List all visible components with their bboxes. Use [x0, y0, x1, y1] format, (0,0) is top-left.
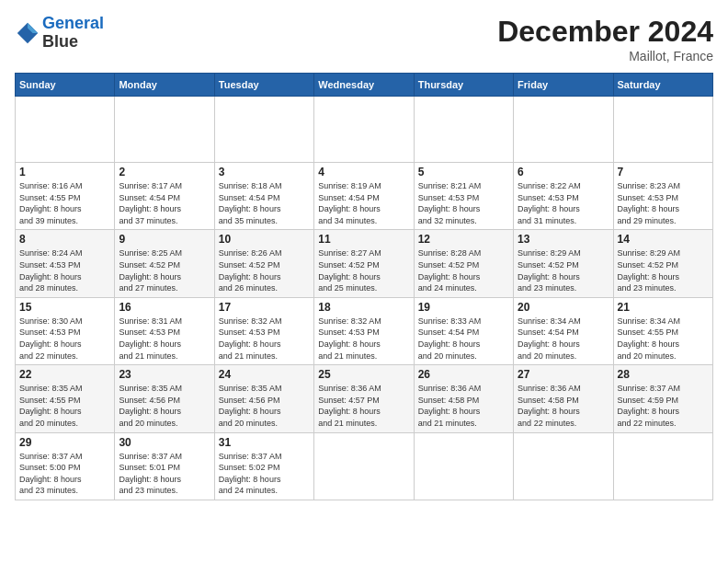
col-header-saturday: Saturday: [613, 74, 712, 97]
day-number: 10: [219, 233, 310, 246]
calendar-cell: 18Sunrise: 8:32 AM Sunset: 4:53 PM Dayli…: [314, 297, 414, 364]
calendar-cell: [414, 432, 513, 500]
calendar-cell: 7Sunrise: 8:23 AM Sunset: 4:53 PM Daylig…: [613, 163, 712, 230]
day-info: Sunrise: 8:36 AM Sunset: 4:58 PM Dayligh…: [418, 383, 509, 429]
col-header-monday: Monday: [115, 74, 214, 97]
day-info: Sunrise: 8:32 AM Sunset: 4:53 PM Dayligh…: [219, 316, 310, 362]
day-info: Sunrise: 8:16 AM Sunset: 4:55 PM Dayligh…: [19, 180, 110, 226]
col-header-sunday: Sunday: [16, 74, 115, 97]
week-row-3: 15Sunrise: 8:30 AM Sunset: 4:53 PM Dayli…: [16, 297, 713, 364]
day-info: Sunrise: 8:22 AM Sunset: 4:53 PM Dayligh…: [518, 180, 609, 226]
day-number: 12: [418, 233, 509, 246]
calendar-table: SundayMondayTuesdayWednesdayThursdayFrid…: [15, 73, 713, 500]
calendar-cell: 1Sunrise: 8:16 AM Sunset: 4:55 PM Daylig…: [16, 163, 115, 230]
logo-icon: [15, 20, 40, 46]
calendar-header-row: SundayMondayTuesdayWednesdayThursdayFrid…: [16, 74, 713, 97]
day-number: 26: [418, 368, 509, 381]
day-info: Sunrise: 8:33 AM Sunset: 4:54 PM Dayligh…: [418, 316, 509, 362]
logo-line2: Blue: [42, 33, 104, 52]
day-info: Sunrise: 8:35 AM Sunset: 4:56 PM Dayligh…: [219, 383, 310, 429]
day-number: 28: [618, 368, 709, 381]
day-info: Sunrise: 8:34 AM Sunset: 4:55 PM Dayligh…: [618, 316, 709, 362]
week-row-4: 22Sunrise: 8:35 AM Sunset: 4:55 PM Dayli…: [16, 365, 713, 432]
calendar-cell: 16Sunrise: 8:31 AM Sunset: 4:53 PM Dayli…: [115, 297, 214, 364]
day-number: 3: [219, 166, 310, 178]
calendar-cell: 30Sunrise: 8:37 AM Sunset: 5:01 PM Dayli…: [115, 432, 214, 500]
calendar-cell: 29Sunrise: 8:37 AM Sunset: 5:00 PM Dayli…: [16, 432, 115, 500]
calendar-cell: 19Sunrise: 8:33 AM Sunset: 4:54 PM Dayli…: [414, 297, 513, 364]
calendar-cell: 11Sunrise: 8:27 AM Sunset: 4:52 PM Dayli…: [314, 230, 414, 297]
day-info: Sunrise: 8:29 AM Sunset: 4:52 PM Dayligh…: [618, 247, 709, 293]
calendar-cell: [314, 97, 414, 163]
day-info: Sunrise: 8:32 AM Sunset: 4:53 PM Dayligh…: [318, 316, 409, 362]
calendar-cell: 21Sunrise: 8:34 AM Sunset: 4:55 PM Dayli…: [613, 297, 712, 364]
calendar-cell: 2Sunrise: 8:17 AM Sunset: 4:54 PM Daylig…: [115, 163, 214, 230]
calendar-cell: 3Sunrise: 8:18 AM Sunset: 4:54 PM Daylig…: [214, 163, 313, 230]
day-info: Sunrise: 8:35 AM Sunset: 4:56 PM Dayligh…: [119, 383, 210, 429]
calendar-cell: [414, 97, 513, 163]
day-number: 19: [418, 301, 509, 314]
day-number: 2: [119, 166, 210, 178]
title-block: December 2024 Maillot, France: [497, 15, 713, 63]
logo-line1: General: [42, 14, 104, 32]
day-info: Sunrise: 8:37 AM Sunset: 5:02 PM Dayligh…: [219, 451, 310, 497]
day-info: Sunrise: 8:27 AM Sunset: 4:52 PM Dayligh…: [318, 247, 409, 293]
day-info: Sunrise: 8:21 AM Sunset: 4:53 PM Dayligh…: [418, 180, 509, 226]
calendar-cell: 13Sunrise: 8:29 AM Sunset: 4:52 PM Dayli…: [514, 230, 613, 297]
calendar-cell: 14Sunrise: 8:29 AM Sunset: 4:52 PM Dayli…: [613, 230, 712, 297]
day-number: 21: [618, 301, 709, 314]
day-info: Sunrise: 8:30 AM Sunset: 4:53 PM Dayligh…: [19, 316, 110, 362]
calendar-cell: 28Sunrise: 8:37 AM Sunset: 4:59 PM Dayli…: [613, 365, 712, 432]
col-header-friday: Friday: [514, 74, 613, 97]
calendar-cell: [514, 97, 613, 163]
day-info: Sunrise: 8:37 AM Sunset: 4:59 PM Dayligh…: [618, 383, 709, 429]
calendar-cell: 12Sunrise: 8:28 AM Sunset: 4:52 PM Dayli…: [414, 230, 513, 297]
calendar-cell: 6Sunrise: 8:22 AM Sunset: 4:53 PM Daylig…: [514, 163, 613, 230]
day-number: 30: [119, 436, 210, 449]
calendar-cell: 4Sunrise: 8:19 AM Sunset: 4:54 PM Daylig…: [314, 163, 414, 230]
calendar-cell: 9Sunrise: 8:25 AM Sunset: 4:52 PM Daylig…: [115, 230, 214, 297]
day-number: 6: [518, 166, 609, 178]
calendar-cell: 17Sunrise: 8:32 AM Sunset: 4:53 PM Dayli…: [214, 297, 313, 364]
day-info: Sunrise: 8:23 AM Sunset: 4:53 PM Dayligh…: [618, 180, 709, 226]
day-info: Sunrise: 8:28 AM Sunset: 4:52 PM Dayligh…: [418, 247, 509, 293]
week-row-1: 1Sunrise: 8:16 AM Sunset: 4:55 PM Daylig…: [16, 163, 713, 230]
calendar-cell: 22Sunrise: 8:35 AM Sunset: 4:55 PM Dayli…: [16, 365, 115, 432]
day-info: Sunrise: 8:36 AM Sunset: 4:58 PM Dayligh…: [518, 383, 609, 429]
calendar-cell: 25Sunrise: 8:36 AM Sunset: 4:57 PM Dayli…: [314, 365, 414, 432]
week-row-5: 29Sunrise: 8:37 AM Sunset: 5:00 PM Dayli…: [16, 432, 713, 500]
week-row-2: 8Sunrise: 8:24 AM Sunset: 4:53 PM Daylig…: [16, 230, 713, 297]
calendar-cell: [613, 432, 712, 500]
day-number: 7: [618, 166, 709, 178]
day-info: Sunrise: 8:18 AM Sunset: 4:54 PM Dayligh…: [219, 180, 310, 226]
day-info: Sunrise: 8:26 AM Sunset: 4:52 PM Dayligh…: [219, 247, 310, 293]
day-number: 16: [119, 301, 210, 314]
day-info: Sunrise: 8:34 AM Sunset: 4:54 PM Dayligh…: [518, 316, 609, 362]
calendar-cell: 24Sunrise: 8:35 AM Sunset: 4:56 PM Dayli…: [214, 365, 313, 432]
calendar-cell: [514, 432, 613, 500]
logo-text: General Blue: [42, 15, 104, 52]
calendar-cell: 10Sunrise: 8:26 AM Sunset: 4:52 PM Dayli…: [214, 230, 313, 297]
day-info: Sunrise: 8:31 AM Sunset: 4:53 PM Dayligh…: [119, 316, 210, 362]
day-number: 14: [618, 233, 709, 246]
calendar-cell: [16, 97, 115, 163]
day-info: Sunrise: 8:37 AM Sunset: 5:00 PM Dayligh…: [19, 451, 110, 497]
col-header-wednesday: Wednesday: [314, 74, 414, 97]
col-header-thursday: Thursday: [414, 74, 513, 97]
day-info: Sunrise: 8:25 AM Sunset: 4:52 PM Dayligh…: [119, 247, 210, 293]
day-number: 25: [318, 368, 409, 381]
day-number: 29: [19, 436, 110, 449]
calendar-cell: [214, 97, 313, 163]
day-number: 1: [19, 166, 110, 178]
calendar-cell: [115, 97, 214, 163]
calendar-cell: 31Sunrise: 8:37 AM Sunset: 5:02 PM Dayli…: [214, 432, 313, 500]
day-info: Sunrise: 8:37 AM Sunset: 5:01 PM Dayligh…: [119, 451, 210, 497]
day-number: 22: [19, 368, 110, 381]
day-number: 15: [19, 301, 110, 314]
day-number: 8: [19, 233, 110, 246]
calendar-cell: 26Sunrise: 8:36 AM Sunset: 4:58 PM Dayli…: [414, 365, 513, 432]
day-number: 4: [318, 166, 409, 178]
calendar-cell: [613, 97, 712, 163]
col-header-tuesday: Tuesday: [214, 74, 313, 97]
day-info: Sunrise: 8:35 AM Sunset: 4:55 PM Dayligh…: [19, 383, 110, 429]
